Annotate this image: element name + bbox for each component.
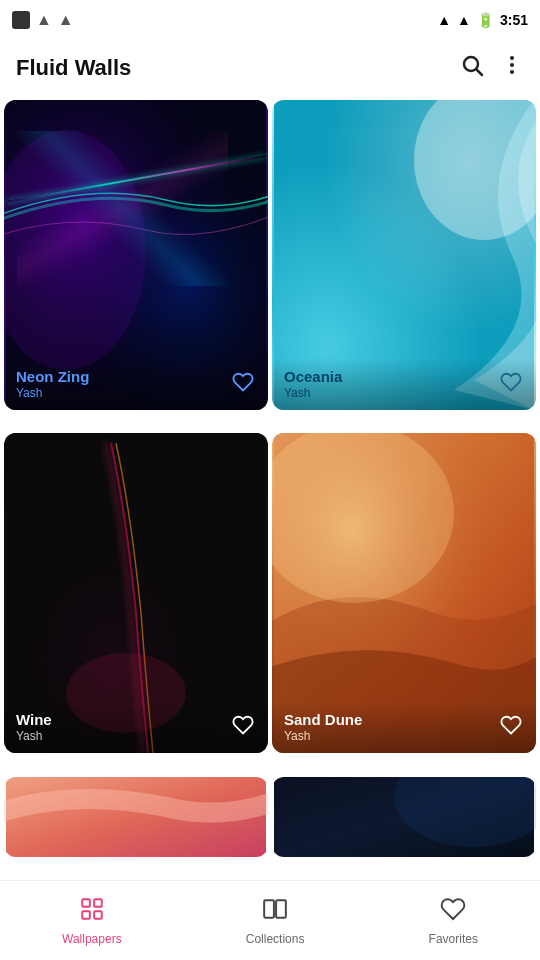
card-author-neon-zing: Yash	[16, 386, 89, 400]
wallpaper-card-partial-2[interactable]	[272, 777, 536, 857]
svg-rect-23	[82, 911, 90, 919]
card-info-neon-zing: Neon Zing Yash	[16, 368, 89, 400]
svg-rect-26	[276, 900, 286, 917]
square-icon	[12, 11, 30, 29]
card-title-neon-zing: Neon Zing	[16, 368, 89, 385]
nav-wallpapers[interactable]: Wallpapers	[42, 888, 142, 954]
card-overlay-neon-zing: Neon Zing Yash	[4, 358, 268, 410]
svg-rect-24	[94, 911, 102, 919]
battery-icon: 🔋	[477, 12, 494, 28]
card-info-oceania: Oceania Yash	[284, 368, 342, 400]
wallpaper-card-wine[interactable]: Wine Yash	[4, 433, 268, 753]
card-title-oceania: Oceania	[284, 368, 342, 385]
status-icons-left: ▲ ▲	[12, 11, 74, 29]
wallpaper-grid: Neon Zing Yash	[0, 96, 540, 880]
more-options-button[interactable]	[500, 53, 524, 83]
card-author-oceania: Yash	[284, 386, 342, 400]
status-icons-right: ▲ ▲ 🔋 3:51	[437, 12, 528, 28]
card-title-sand-dune: Sand Dune	[284, 711, 362, 728]
favorites-nav-label: Favorites	[429, 932, 478, 946]
card-overlay-oceania: Oceania Yash	[272, 358, 536, 410]
svg-point-3	[510, 63, 514, 67]
nav-favorites[interactable]: Favorites	[409, 888, 498, 954]
favorite-oceania-button[interactable]	[498, 369, 524, 400]
svg-rect-25	[264, 900, 274, 917]
collections-nav-icon	[262, 896, 288, 928]
header-actions	[460, 53, 524, 83]
status-bar: ▲ ▲ ▲ ▲ 🔋 3:51	[0, 0, 540, 40]
wallpaper-card-neon-zing[interactable]: Neon Zing Yash	[4, 100, 268, 410]
signal-icon: ▲	[457, 12, 471, 28]
nav-collections[interactable]: Collections	[226, 888, 325, 954]
favorites-nav-icon	[440, 896, 466, 928]
favorite-wine-button[interactable]	[230, 712, 256, 743]
card-overlay-wine: Wine Yash	[4, 701, 268, 753]
wifi-icon: ▲	[437, 12, 451, 28]
wallpaper-card-sand-dune[interactable]: Sand Dune Yash	[272, 433, 536, 753]
time-display: 3:51	[500, 12, 528, 28]
favorite-neon-zing-button[interactable]	[230, 369, 256, 400]
search-button[interactable]	[460, 53, 484, 83]
card-overlay-sand-dune: Sand Dune Yash	[272, 701, 536, 753]
card-author-sand-dune: Yash	[284, 729, 362, 743]
info-icon: ▲	[58, 11, 74, 29]
card-title-wine: Wine	[16, 711, 52, 728]
svg-line-1	[477, 70, 483, 76]
bottom-navigation: Wallpapers Collections Favorites	[0, 880, 540, 960]
svg-rect-21	[82, 899, 90, 907]
wallpapers-nav-icon	[79, 896, 105, 928]
wallpaper-card-partial-1[interactable]	[4, 777, 268, 857]
svg-rect-22	[94, 899, 102, 907]
svg-point-4	[510, 70, 514, 74]
app-header: Fluid Walls	[0, 40, 540, 96]
svg-point-2	[510, 56, 514, 60]
wallpaper-card-oceania[interactable]: Oceania Yash	[272, 100, 536, 410]
card-info-sand-dune: Sand Dune Yash	[284, 711, 362, 743]
card-author-wine: Yash	[16, 729, 52, 743]
card-info-wine: Wine Yash	[16, 711, 52, 743]
wallpapers-nav-label: Wallpapers	[62, 932, 122, 946]
favorite-sand-dune-button[interactable]	[498, 712, 524, 743]
app-title: Fluid Walls	[16, 55, 131, 81]
collections-nav-label: Collections	[246, 932, 305, 946]
warning-icon: ▲	[36, 11, 52, 29]
